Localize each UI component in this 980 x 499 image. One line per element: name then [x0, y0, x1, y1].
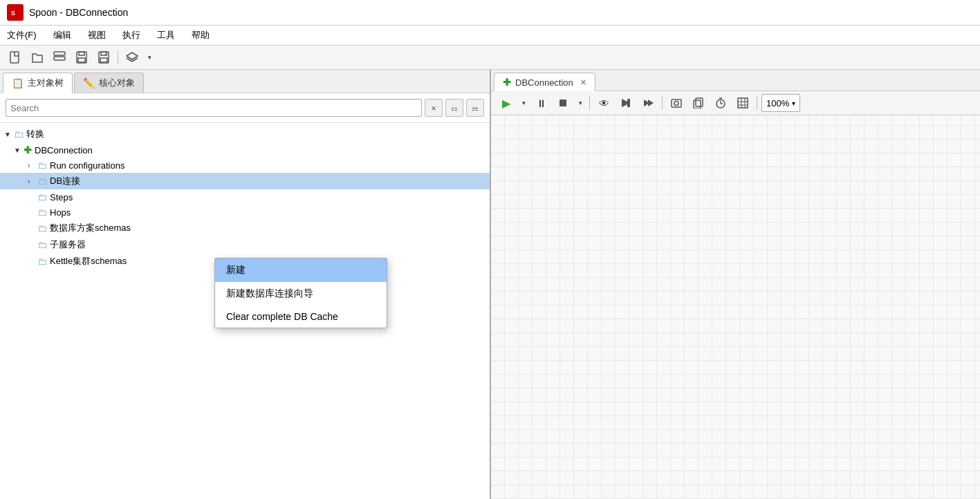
- folder-icon-kettle-schemas: 🗀: [37, 256, 47, 267]
- expand-db-connections[interactable]: ›: [28, 178, 37, 185]
- menu-file[interactable]: 文件(F): [4, 28, 39, 43]
- save-button[interactable]: [72, 48, 91, 66]
- right-panel: ✚ DBConnection ✕ ▶ ▾ ⏸ ▾ 👁: [491, 70, 980, 499]
- menu-bar: 文件(F) 编辑 视图 执行 工具 帮助: [0, 26, 980, 46]
- app-title: Spoon - DBConnection: [29, 7, 128, 18]
- svg-rect-7: [78, 58, 85, 62]
- svg-text:S: S: [11, 10, 15, 17]
- tree-label-kettle-schemas: Kettle集群schemas: [50, 255, 127, 267]
- svg-rect-26: [738, 98, 748, 108]
- stop-dropdown-button[interactable]: ▾: [575, 94, 585, 112]
- rt-sep1: [589, 96, 590, 110]
- left-panel: 📋 主对象树 ✏️ 核心对象 × ⚏ ⚎ ▼ 🗀 转换: [0, 70, 491, 499]
- open-file-button[interactable]: [28, 48, 47, 66]
- folder-icon-db-connections: 🗀: [37, 176, 47, 187]
- right-tab-dbconnection[interactable]: ✚ DBConnection ✕: [494, 73, 595, 91]
- tree-item-db-schemas[interactable]: › 🗀 数据库方案schemas: [0, 220, 490, 236]
- svg-rect-18: [672, 100, 681, 107]
- tab-main-tree-label: 主对象树: [28, 77, 64, 89]
- right-tab-close-button[interactable]: ✕: [580, 78, 586, 87]
- zoom-level: 100%: [766, 98, 789, 109]
- menu-help[interactable]: 帮助: [189, 28, 212, 43]
- expand-dbconnection[interactable]: ▼: [14, 147, 24, 154]
- tree-item-transforms[interactable]: ▼ 🗀 转换: [0, 126, 490, 142]
- tab-main-tree[interactable]: 📋 主对象树: [3, 73, 73, 93]
- svg-point-19: [674, 102, 678, 106]
- copy-button[interactable]: [689, 94, 708, 112]
- open-recent-button[interactable]: [50, 48, 69, 66]
- transform-icon-dbconnection: ✚: [24, 144, 32, 156]
- tab-core-objects[interactable]: ✏️ 核心对象: [74, 73, 144, 93]
- snapshot-button[interactable]: [667, 94, 686, 112]
- app-logo: S: [7, 4, 24, 21]
- right-tab-label: DBConnection: [515, 77, 573, 88]
- expand-run-config[interactable]: ›: [28, 162, 37, 169]
- svg-text:+: +: [104, 51, 108, 57]
- next-step-button[interactable]: [638, 94, 658, 112]
- right-toolbar: ▶ ▾ ⏸ ▾ 👁: [491, 91, 980, 115]
- tree-label-run-config: Run configurations: [50, 160, 124, 171]
- ctx-new-wizard[interactable]: 新建数据库连接向导: [215, 282, 387, 305]
- search-options-button1[interactable]: ⚏: [445, 99, 463, 117]
- svg-rect-3: [54, 52, 65, 55]
- title-bar: S Spoon - DBConnection: [0, 0, 980, 26]
- ctx-new[interactable]: 新建: [215, 258, 387, 282]
- tree-item-hops[interactable]: › 🗀 Hops: [0, 205, 490, 220]
- search-input[interactable]: [6, 99, 422, 117]
- svg-rect-20: [696, 98, 703, 106]
- main-tree-icon: 📋: [12, 77, 24, 88]
- right-canvas: [491, 115, 980, 499]
- tab-core-objects-label: 核心对象: [99, 77, 135, 89]
- new-file-button[interactable]: [6, 48, 25, 66]
- tree-item-sub-servers[interactable]: › 🗀 子服务器: [0, 236, 490, 253]
- search-bar: × ⚏ ⚎: [0, 93, 490, 123]
- layers-button[interactable]: [122, 48, 142, 66]
- right-tabs-bar: ✚ DBConnection ✕: [491, 70, 980, 91]
- menu-edit[interactable]: 编辑: [50, 28, 74, 43]
- play-dropdown-button[interactable]: ▾: [519, 94, 528, 112]
- tree-label-sub-servers: 子服务器: [50, 238, 86, 251]
- tree-area: ▼ 🗀 转换 ▼ ✚ DBConnection › 🗀 Run configur…: [0, 123, 490, 499]
- run-configs-button[interactable]: [616, 94, 636, 112]
- search-options-button2[interactable]: ⚎: [466, 99, 484, 117]
- folder-icon-steps: 🗀: [37, 191, 47, 203]
- tree-item-dbconnection[interactable]: ▼ ✚ DBConnection: [0, 142, 490, 158]
- menu-view[interactable]: 视图: [85, 28, 109, 43]
- svg-marker-17: [648, 100, 654, 106]
- ctx-clear-cache[interactable]: Clear complete DB Cache: [215, 305, 387, 328]
- eye-button[interactable]: 👁: [594, 94, 613, 112]
- svg-rect-13: [560, 100, 566, 106]
- folder-icon-hops: 🗀: [37, 207, 47, 218]
- folder-icon-sub-servers: 🗀: [37, 239, 47, 250]
- play-button[interactable]: ▶: [497, 94, 516, 112]
- svg-marker-12: [127, 53, 138, 59]
- zoom-dropdown[interactable]: 100% ▾: [761, 94, 800, 112]
- tree-label-db-schemas: 数据库方案schemas: [50, 222, 131, 234]
- stop-button[interactable]: [553, 94, 573, 112]
- grid-button[interactable]: [733, 94, 752, 112]
- main-toolbar: + ▾: [0, 46, 980, 70]
- tree-label-steps: Steps: [50, 192, 73, 203]
- main-area: 📋 主对象树 ✏️ 核心对象 × ⚏ ⚎ ▼ 🗀 转换: [0, 70, 980, 499]
- timer-button[interactable]: [711, 94, 730, 112]
- context-menu: 新建 新建数据库连接向导 Clear complete DB Cache: [214, 258, 387, 328]
- pause-button[interactable]: ⏸: [531, 94, 551, 112]
- rt-sep3: [757, 96, 757, 110]
- save-as-button[interactable]: +: [94, 48, 113, 66]
- menu-tools[interactable]: 工具: [154, 28, 178, 43]
- tree-label-db-connections: DB连接: [50, 175, 80, 187]
- svg-rect-15: [627, 99, 630, 107]
- expand-transforms[interactable]: ▼: [4, 131, 14, 138]
- tree-item-steps[interactable]: › 🗀 Steps: [0, 189, 490, 205]
- folder-icon-run-config: 🗀: [37, 160, 47, 171]
- search-clear-button[interactable]: ×: [425, 99, 443, 117]
- tree-item-run-config[interactable]: › 🗀 Run configurations: [0, 158, 490, 173]
- tree-label-transforms: 转换: [26, 128, 44, 140]
- tree-item-db-connections[interactable]: › 🗀 DB连接: [0, 173, 490, 189]
- svg-rect-4: [54, 57, 65, 60]
- layers-dropdown-button[interactable]: ▾: [145, 48, 154, 66]
- menu-run[interactable]: 执行: [120, 28, 143, 43]
- tree-label-dbconnection: DBConnection: [35, 145, 93, 156]
- rt-sep2: [662, 96, 663, 110]
- zoom-dropdown-arrow: ▾: [792, 100, 795, 107]
